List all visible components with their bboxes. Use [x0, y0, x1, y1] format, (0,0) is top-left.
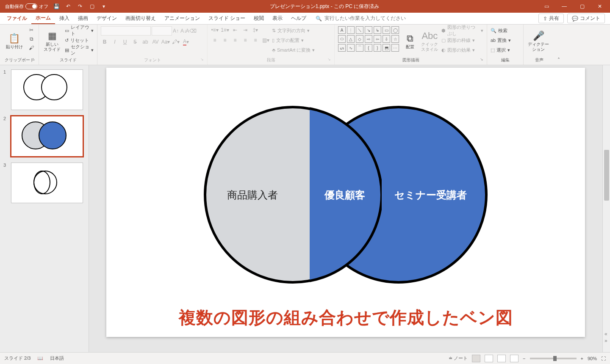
zoom-out-icon[interactable]: − — [523, 356, 525, 361]
increase-indent-icon[interactable]: ⇥ — [241, 26, 249, 34]
shape-textbox-icon[interactable]: A — [338, 26, 346, 34]
shape-lbrace-icon[interactable]: { — [365, 44, 372, 52]
italic-icon[interactable]: I — [111, 38, 119, 46]
zoom-level[interactable]: 90% — [588, 356, 597, 361]
highlight-icon[interactable]: 🖍▾ — [172, 38, 180, 46]
shape-arrow-icon[interactable]: ↘ — [365, 26, 372, 34]
shadow-icon[interactable]: ab — [141, 38, 149, 46]
collapse-ribbon-icon[interactable]: ˄ — [555, 57, 563, 65]
find-button[interactable]: 🔍検索 — [491, 26, 511, 35]
columns-icon[interactable]: ▥▾ — [262, 36, 269, 44]
ribbon-display-options-icon[interactable]: ▭ — [541, 1, 552, 11]
align-text-button[interactable]: ▯文字の配置▾ — [272, 36, 315, 44]
share-button[interactable]: ⇪共有 — [538, 14, 564, 23]
tab-transitions[interactable]: 画面切り替え — [121, 13, 160, 24]
shape-star-icon[interactable]: ☆ — [391, 35, 399, 43]
next-slide-icon[interactable]: » — [604, 338, 607, 344]
tab-help[interactable]: ヘルプ — [287, 13, 311, 24]
shape-downarrow-icon[interactable]: ⇩ — [383, 35, 390, 43]
font-size-combo[interactable] — [152, 26, 172, 36]
vertical-scrollbar[interactable]: « » — [602, 65, 610, 352]
section-button[interactable]: ▤セクション▾ — [65, 46, 94, 54]
bold-icon[interactable]: B — [101, 38, 108, 46]
shape-more-icon[interactable]: ⋯ — [391, 44, 399, 52]
increase-font-icon[interactable]: A↑ — [172, 27, 180, 35]
convert-smartart-button[interactable]: ⬘SmartArt に変換▾ — [272, 46, 315, 54]
select-button[interactable]: ⬚選択▾ — [491, 46, 511, 54]
font-color-icon[interactable]: A▾ — [182, 38, 190, 46]
shape-rightarrow-icon[interactable]: ⇨ — [365, 35, 372, 43]
venn-left-label[interactable]: 商品購入者 — [227, 188, 278, 202]
change-case-icon[interactable]: Aa▾ — [162, 38, 169, 46]
shape-rbrace-icon[interactable]: } — [374, 44, 381, 52]
bullets-icon[interactable]: •≡▾ — [211, 26, 219, 34]
from-beginning-icon[interactable]: ▢ — [88, 3, 96, 10]
paste-button[interactable]: 📋 貼り付け — [3, 26, 25, 56]
tab-file[interactable]: ファイル — [3, 13, 31, 24]
shape-connector-icon[interactable]: ↳ — [374, 26, 381, 34]
shape-callout-icon[interactable]: ⬒ — [383, 44, 390, 52]
comments-button[interactable]: 💬コメント — [567, 14, 605, 23]
align-center-icon[interactable]: ≡ — [221, 36, 229, 44]
shape-outline-button[interactable]: ▢図形の枠線▾ — [441, 36, 483, 44]
distributed-icon[interactable]: ≡ — [252, 36, 259, 44]
dialog-launcher-icon[interactable]: ↘ — [32, 57, 35, 61]
new-slide-button[interactable]: ▦ 新しい スライド — [42, 26, 62, 56]
zoom-in-icon[interactable]: + — [581, 356, 583, 361]
tab-view[interactable]: 表示 — [268, 13, 287, 24]
venn-right-label[interactable]: セミナー受講者 — [394, 188, 467, 202]
slide-thumbnail-3[interactable] — [11, 163, 83, 203]
decrease-indent-icon[interactable]: ⇤ — [231, 26, 239, 34]
fit-to-window-icon[interactable]: ⛶ — [601, 356, 606, 361]
zoom-slider-thumb[interactable] — [553, 356, 557, 361]
tab-draw[interactable]: 描画 — [74, 13, 92, 24]
autosave-switch-icon[interactable] — [25, 3, 37, 9]
dictate-button[interactable]: 🎤 ディクテー ション — [527, 26, 550, 56]
shape-leftarrow-icon[interactable]: ⇦ — [374, 35, 381, 43]
spellcheck-icon[interactable]: 📖 — [37, 356, 43, 361]
justify-icon[interactable]: ≡ — [241, 36, 249, 44]
venn-center-label[interactable]: 優良顧客 — [324, 188, 365, 202]
quick-styles-button[interactable]: Abc クイック スタイル — [421, 26, 439, 56]
dialog-launcher-icon[interactable]: ↘ — [327, 57, 331, 61]
numbering-icon[interactable]: 1≡▾ — [221, 26, 229, 34]
tab-review[interactable]: 校閲 — [250, 13, 268, 24]
shape-roundrect-icon[interactable]: ⬭ — [338, 35, 346, 43]
copy-icon[interactable]: ⧉ — [28, 35, 35, 43]
align-left-icon[interactable]: ≡ — [211, 36, 219, 44]
minimize-icon[interactable]: — — [559, 1, 569, 11]
sorter-view-icon[interactable] — [485, 355, 493, 362]
scrollbar-thumb[interactable] — [604, 150, 609, 201]
normal-view-icon[interactable] — [472, 355, 480, 362]
replace-button[interactable]: ab置換▾ — [491, 36, 511, 44]
save-icon[interactable]: 💾 — [53, 3, 60, 10]
prev-slide-icon[interactable]: « — [604, 331, 607, 337]
slideshow-view-icon[interactable] — [510, 355, 518, 362]
tab-slideshow[interactable]: スライド ショー — [204, 13, 250, 24]
underline-icon[interactable]: U — [121, 38, 129, 46]
shape-fill-button[interactable]: ⬢図形の塗りつぶし▾ — [441, 26, 483, 35]
dialog-launcher-icon[interactable]: ↘ — [480, 57, 483, 61]
venn-diagram[interactable]: 商品購入者 優良顧客 セミナー受講者 — [204, 106, 492, 288]
layout-button[interactable]: ▭レイアウト▾ — [65, 26, 94, 35]
notes-button[interactable]: ≐ ノート — [449, 355, 468, 361]
shape-vtextbox-icon[interactable]: ⋮ — [347, 26, 355, 34]
tab-insert[interactable]: 挿入 — [55, 13, 74, 24]
shape-diamond-icon[interactable]: ◇ — [356, 35, 363, 43]
shape-curve-icon[interactable]: ∿ — [347, 44, 355, 52]
text-direction-button[interactable]: ⇅文字列の方向▾ — [272, 26, 315, 35]
tell-me-search[interactable]: 🔍 実行したい作業を入力してください — [316, 15, 406, 22]
slide-canvas-area[interactable]: 商品購入者 優良顧客 セミナー受講者 複数の図形の組み合わせで作成したベン図 — [89, 65, 602, 352]
slide-thumbnail-1[interactable] — [11, 69, 83, 110]
align-right-icon[interactable]: ≡ — [231, 36, 239, 44]
zoom-slider[interactable] — [530, 358, 577, 359]
shape-oval-icon[interactable]: ◯ — [391, 26, 399, 34]
shape-line-icon[interactable]: ＼ — [356, 26, 363, 34]
tab-design[interactable]: デザイン — [92, 13, 121, 24]
slide-caption[interactable]: 複数の図形の組み合わせで作成したベン図 — [106, 306, 585, 329]
redo-icon[interactable]: ↷ — [76, 3, 84, 10]
undo-icon[interactable]: ↶ — [64, 3, 72, 10]
char-spacing-icon[interactable]: AV — [152, 38, 159, 46]
reading-view-icon[interactable] — [497, 355, 506, 362]
slide-canvas[interactable]: 商品購入者 優良顧客 セミナー受講者 複数の図形の組み合わせで作成したベン図 — [106, 68, 585, 337]
